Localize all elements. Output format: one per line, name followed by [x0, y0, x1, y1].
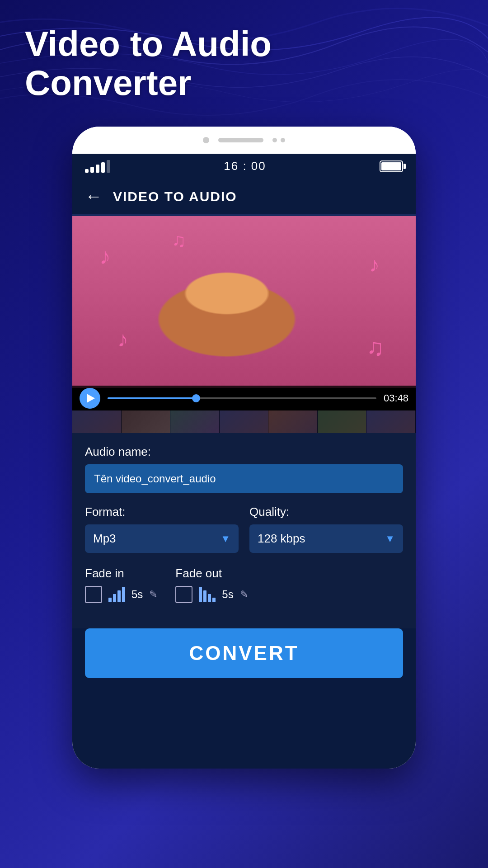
fade-in-time: 5s [131, 588, 143, 601]
format-quality-row: Format: Mp3 ▼ Quality: 128 kbps ▼ [85, 505, 403, 553]
signal-bar-5 [107, 160, 110, 173]
music-note-2: ♫ [172, 230, 186, 251]
fade-in-edit-icon[interactable]: ✎ [149, 589, 157, 600]
fade-out-group: Fade out 5s ✎ [175, 566, 248, 603]
phone-dots [272, 138, 285, 142]
signal-bar-4 [101, 162, 105, 173]
phone-dot [272, 138, 277, 142]
thumb-5 [268, 410, 318, 433]
sig-bar-4 [122, 587, 125, 602]
fade-in-icon [108, 587, 125, 602]
thumb-6 [318, 410, 367, 433]
video-controls: 03:48 [72, 386, 416, 410]
progress-thumb[interactable] [192, 394, 200, 402]
sig-bar-7 [208, 594, 211, 602]
phone-frame: 16 : 00 ← VIDEO TO AUDIO ♪ ♫ ♪ ♫ ♪ [72, 127, 416, 769]
progress-fill [108, 397, 196, 399]
fade-out-controls: 5s ✎ [175, 586, 248, 603]
status-bar: 16 : 00 [72, 154, 416, 179]
thumbnails-strip [72, 410, 416, 433]
video-duration: 03:48 [384, 392, 408, 404]
format-group: Format: Mp3 ▼ [85, 505, 239, 553]
back-button[interactable]: ← [85, 187, 102, 206]
phone-notch [72, 127, 416, 154]
fade-out-time: 5s [222, 588, 233, 601]
thumb-7 [366, 410, 416, 433]
sig-bar-8 [212, 598, 216, 602]
quality-group: Quality: 128 kbps ▼ [249, 505, 403, 553]
fade-out-label: Fade out [175, 566, 248, 580]
battery-icon [380, 160, 403, 172]
phone-dot [281, 138, 285, 142]
format-label: Format: [85, 505, 239, 519]
fade-in-group: Fade in 5s ✎ [85, 566, 157, 603]
status-time: 16 : 00 [224, 159, 266, 173]
fade-out-icon [199, 587, 216, 602]
quality-dropdown-arrow: ▼ [385, 533, 395, 545]
music-note-5: ♪ [369, 252, 380, 277]
fade-in-checkbox[interactable] [85, 586, 102, 603]
signal-bar-2 [90, 167, 94, 173]
sig-bar-2 [113, 594, 116, 602]
play-icon [87, 394, 95, 403]
fade-out-edit-icon[interactable]: ✎ [240, 589, 248, 600]
music-note-4: ♫ [366, 334, 384, 361]
format-value: Mp3 [93, 532, 116, 546]
sig-bar-5 [199, 587, 202, 602]
app-header: ← VIDEO TO AUDIO [72, 179, 416, 214]
fade-out-checkbox[interactable] [175, 586, 192, 603]
audio-name-label: Audio name: [85, 445, 403, 459]
quality-value: 128 kbps [258, 532, 305, 546]
convert-button[interactable]: CONVERT [85, 628, 403, 678]
fade-row: Fade in 5s ✎ Fade [85, 566, 403, 603]
front-camera [203, 137, 209, 143]
sig-bar-3 [117, 590, 121, 602]
video-player[interactable]: ♪ ♫ ♪ ♫ ♪ 03:48 [72, 216, 416, 410]
app-screen: 16 : 00 ← VIDEO TO AUDIO ♪ ♫ ♪ ♫ ♪ [72, 154, 416, 769]
music-note-3: ♪ [117, 327, 128, 352]
format-dropdown[interactable]: Mp3 ▼ [85, 524, 239, 553]
thumb-1 [72, 410, 122, 433]
play-button[interactable] [80, 388, 100, 409]
thumb-3 [170, 410, 220, 433]
progress-bar[interactable] [108, 397, 376, 399]
music-note-1: ♪ [99, 243, 111, 269]
fade-in-controls: 5s ✎ [85, 586, 157, 603]
video-thumbnail: ♪ ♫ ♪ ♫ ♪ [72, 216, 416, 388]
audio-name-input[interactable] [85, 464, 403, 493]
thumb-4 [220, 410, 269, 433]
page-title: Video to Audio Converter [25, 25, 432, 103]
phone-speaker [218, 138, 263, 142]
battery-fill [381, 162, 401, 170]
screen-title: VIDEO TO AUDIO [113, 189, 237, 204]
quality-dropdown[interactable]: 128 kbps ▼ [249, 524, 403, 553]
video-content: ♪ ♫ ♪ ♫ ♪ [72, 216, 416, 388]
sig-bar-1 [108, 598, 112, 602]
quality-label: Quality: [249, 505, 403, 519]
signal-bars [85, 160, 110, 173]
form-area: Audio name: Format: Mp3 ▼ Quality: 128 k… [72, 433, 416, 628]
sig-bar-6 [203, 590, 206, 602]
signal-bar-3 [96, 165, 99, 173]
fade-in-label: Fade in [85, 566, 157, 580]
format-dropdown-arrow: ▼ [221, 533, 230, 545]
signal-bar-1 [85, 169, 89, 173]
thumb-2 [122, 410, 171, 433]
